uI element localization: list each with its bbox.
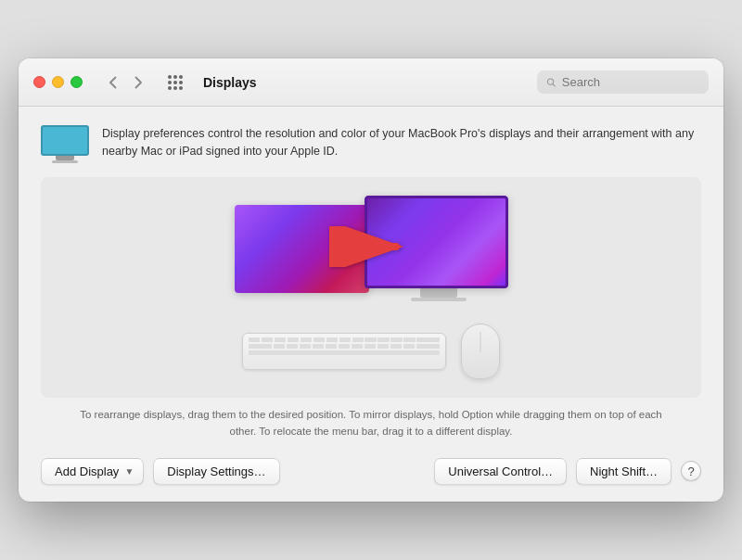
search-icon [546,77,556,88]
universal-control-label: Universal Control… [448,465,553,478]
mouse-image [461,324,500,379]
keyboard-mouse-area [242,324,500,379]
grid-icon [168,75,183,90]
main-window: Displays Display preferences control the… [19,58,723,502]
displays-container [235,196,508,301]
display-settings-label: Display Settings… [167,465,265,478]
night-shift-label: Night Shift… [590,465,658,478]
info-description: Display preferences control the resoluti… [102,125,701,160]
display-icon-screen [41,125,89,156]
info-row: Display preferences control the resoluti… [41,125,701,162]
display-thumb-2[interactable] [365,196,508,288]
keyboard-image [242,333,446,370]
universal-control-button[interactable]: Universal Control… [434,458,567,485]
titlebar: Displays [19,58,723,107]
help-button[interactable]: ? [681,461,701,481]
search-input[interactable] [562,75,699,89]
window-title: Displays [203,75,257,90]
back-button[interactable] [101,71,123,94]
add-display-button[interactable]: Add Display ▼ [41,458,144,485]
add-display-label: Add Display [55,465,119,478]
svg-line-1 [553,83,556,86]
content-area: Display preferences control the resoluti… [19,107,723,502]
display-settings-button[interactable]: Display Settings… [153,458,279,485]
display-icon [41,125,89,162]
traffic-lights [33,76,83,88]
close-button[interactable] [33,76,45,88]
display-2-base [411,298,467,301]
dropdown-arrow-icon: ▼ [124,466,134,477]
display-icon-base [52,160,78,163]
mouse-line [480,332,481,352]
bottom-bar: Add Display ▼ Display Settings… Universa… [41,454,701,487]
display-2-stand [420,288,457,298]
arrangement-area [41,177,701,398]
display-2-wrapper [369,196,508,301]
help-label: ? [687,465,694,478]
display-thumb-1[interactable] [235,205,369,293]
instructions-text: To rearrange displays, drag them to the … [41,407,701,439]
minimize-button[interactable] [52,76,64,88]
night-shift-button[interactable]: Night Shift… [576,458,672,485]
forward-button[interactable] [127,71,149,94]
app-grid-button[interactable] [162,70,188,95]
search-bar[interactable] [537,70,709,94]
maximize-button[interactable] [70,76,83,88]
nav-buttons [101,71,149,94]
